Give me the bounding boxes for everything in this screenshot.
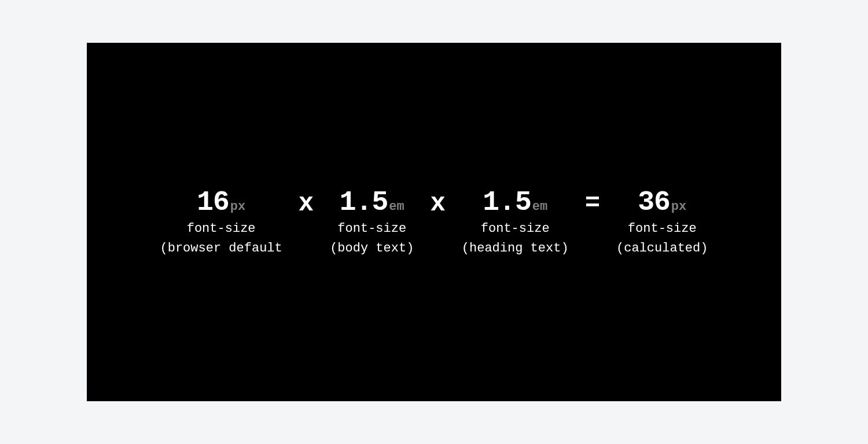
term-value: 36 — [638, 187, 670, 218]
term-unit: em — [532, 199, 547, 214]
term-label-2: (heading text) — [462, 240, 569, 257]
term-calculated: 36 px font-size (calculated) — [616, 187, 708, 257]
term-value-row: 16 px — [197, 187, 245, 218]
diagram-panel: 16 px font-size (browser default x 1.5 e… — [87, 43, 781, 401]
term-label-1: font-size — [187, 220, 256, 238]
term-label-2: (browser default — [160, 240, 282, 257]
operator-multiply: x — [299, 187, 314, 218]
term-unit: px — [230, 199, 245, 214]
operator-equals: = — [585, 187, 600, 218]
term-label-2: (body text) — [330, 240, 414, 257]
operator-multiply: x — [430, 187, 445, 218]
term-value: 1.5 — [340, 187, 388, 218]
term-value-row: 1.5 em — [340, 187, 404, 218]
term-body-text: 1.5 em font-size (body text) — [330, 187, 414, 257]
term-unit: px — [671, 199, 686, 214]
equation-row: 16 px font-size (browser default x 1.5 e… — [160, 187, 708, 257]
term-heading-text: 1.5 em font-size (heading text) — [462, 187, 569, 257]
term-label-2: (calculated) — [616, 240, 708, 257]
term-browser-default: 16 px font-size (browser default — [160, 187, 282, 257]
term-value: 1.5 — [483, 187, 531, 218]
term-value-row: 36 px — [638, 187, 686, 218]
term-unit: em — [389, 199, 404, 214]
term-value: 16 — [197, 187, 229, 218]
term-label-1: font-size — [481, 220, 550, 238]
term-label-1: font-size — [337, 220, 406, 238]
term-label-1: font-size — [628, 220, 697, 238]
term-value-row: 1.5 em — [483, 187, 547, 218]
